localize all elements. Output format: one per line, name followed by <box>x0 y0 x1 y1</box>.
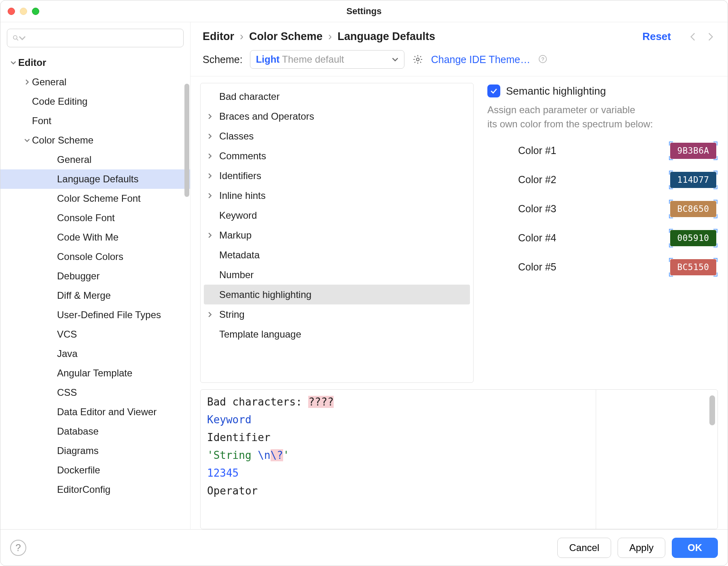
sidebar-item-label: Java <box>57 348 78 359</box>
color-row: Color #3BC8650 <box>518 201 716 217</box>
preview-pane[interactable]: Bad characters: ???? Keyword Identifier … <box>200 389 718 529</box>
chevron-right-icon[interactable] <box>207 173 219 179</box>
settings-tree[interactable]: EditorGeneralCode EditingFontColor Schem… <box>0 53 190 529</box>
sidebar-item[interactable]: Color Scheme <box>0 131 190 150</box>
sidebar-item-label: Console Colors <box>57 251 123 262</box>
window-minimize-button[interactable] <box>20 8 27 15</box>
scheme-select[interactable]: Light Theme default <box>250 50 404 69</box>
ok-button[interactable]: OK <box>672 538 718 558</box>
chevron-down-icon[interactable] <box>8 60 18 65</box>
scheme-label: Scheme: <box>203 54 243 65</box>
history-nav <box>688 32 715 42</box>
sidebar-item-label: Code Editing <box>32 96 87 107</box>
chevron-right-icon[interactable] <box>22 79 32 85</box>
window-title: Settings <box>39 6 689 17</box>
sidebar-item-label: General <box>32 76 66 88</box>
color-row: Color #4005910 <box>518 230 716 246</box>
apply-button[interactable]: Apply <box>618 538 665 558</box>
attribute-item[interactable]: Classes <box>204 126 470 146</box>
attribute-detail: Semantic highlighting Assign each parame… <box>485 83 718 383</box>
attribute-item-label: Classes <box>219 131 254 142</box>
attribute-item[interactable]: Bad character <box>204 87 470 106</box>
sidebar-item[interactable]: User-Defined File Types <box>0 305 190 325</box>
help-button[interactable]: ? <box>10 540 26 556</box>
sidebar-item[interactable]: General <box>0 72 190 92</box>
attribute-item[interactable]: Inline hints <box>204 186 470 205</box>
color-row: Color #2114D77 <box>518 172 716 188</box>
attribute-item[interactable]: Identifiers <box>204 166 470 186</box>
attribute-item[interactable]: Semantic highlighting <box>204 285 470 304</box>
sidebar-item-label: VCS <box>57 329 77 340</box>
attribute-item[interactable]: Template language <box>204 324 470 344</box>
back-icon[interactable] <box>688 32 698 42</box>
sidebar-item[interactable]: EditorConfig <box>0 480 190 499</box>
color-swatch[interactable]: BC5150 <box>670 259 716 275</box>
sidebar-item[interactable]: Console Font <box>0 208 190 228</box>
search-input[interactable] <box>7 29 184 47</box>
sidebar-item[interactable]: CSS <box>0 383 190 402</box>
preview-line: Bad characters: ???? <box>207 393 711 411</box>
sidebar-item-label: Diff & Merge <box>57 290 111 301</box>
chevron-right-icon[interactable] <box>207 133 219 139</box>
chevron-right-icon[interactable] <box>207 153 219 159</box>
sidebar-item-label: Language Defaults <box>57 173 139 185</box>
chevron-down-icon[interactable] <box>22 137 32 143</box>
change-ide-theme-link[interactable]: Change IDE Theme… <box>431 54 531 65</box>
attribute-item[interactable]: Number <box>204 265 470 285</box>
cancel-button[interactable]: Cancel <box>557 538 611 558</box>
breadcrumb-item[interactable]: Editor <box>203 30 234 43</box>
sidebar-item[interactable]: Console Colors <box>0 247 190 266</box>
sidebar-item[interactable]: Editor <box>0 53 190 72</box>
window-close-button[interactable] <box>8 8 15 15</box>
attribute-item[interactable]: String <box>204 304 470 324</box>
sidebar-item[interactable]: Diagrams <box>0 441 190 460</box>
sidebar-item[interactable]: Data Editor and Viewer <box>0 402 190 422</box>
sidebar-item[interactable]: Font <box>0 111 190 131</box>
checkmark-icon <box>490 87 498 95</box>
sidebar-item[interactable]: General <box>0 150 190 169</box>
breadcrumb-item: Language Defaults <box>338 30 436 43</box>
sidebar-item[interactable]: Language Defaults <box>0 169 190 189</box>
attribute-item[interactable]: Markup <box>204 225 470 245</box>
sidebar: EditorGeneralCode EditingFontColor Schem… <box>0 22 190 529</box>
semantic-highlighting-checkbox[interactable] <box>487 84 500 97</box>
sidebar-item-label: User-Defined File Types <box>57 309 161 321</box>
chevron-right-icon[interactable] <box>207 232 219 238</box>
chevron-right-icon: › <box>328 30 332 43</box>
attribute-item[interactable]: Keyword <box>204 205 470 225</box>
sidebar-scrollbar[interactable] <box>184 84 189 197</box>
sidebar-item[interactable]: Code Editing <box>0 92 190 111</box>
sidebar-item[interactable]: Code With Me <box>0 228 190 247</box>
sidebar-item[interactable]: Diff & Merge <box>0 286 190 305</box>
sidebar-item-label: Dockerfile <box>57 465 100 476</box>
breadcrumb-row: Editor › Color Scheme › Language Default… <box>190 22 728 49</box>
sidebar-item[interactable]: Dockerfile <box>0 460 190 480</box>
sidebar-item[interactable]: VCS <box>0 325 190 344</box>
preview-line: 12345 <box>207 464 711 482</box>
chevron-right-icon[interactable] <box>207 193 219 199</box>
color-swatch[interactable]: 005910 <box>670 230 716 246</box>
scheme-actions-button[interactable] <box>412 53 424 65</box>
attribute-item[interactable]: Braces and Operators <box>204 106 470 126</box>
sidebar-item[interactable]: Database <box>0 422 190 441</box>
preview-scrollbar[interactable] <box>709 395 715 425</box>
sidebar-item[interactable]: Color Scheme Font <box>0 189 190 208</box>
color-swatch[interactable]: 114D77 <box>670 172 716 188</box>
chevron-right-icon[interactable] <box>207 114 219 119</box>
window-maximize-button[interactable] <box>32 8 39 15</box>
attributes-list[interactable]: Bad characterBraces and OperatorsClasses… <box>200 83 474 383</box>
chevron-right-icon[interactable] <box>207 312 219 317</box>
help-icon[interactable]: ? <box>538 55 547 65</box>
attribute-item-label: Number <box>219 269 254 281</box>
sidebar-item[interactable]: Angular Template <box>0 363 190 383</box>
sidebar-item[interactable]: Debugger <box>0 266 190 286</box>
attribute-item[interactable]: Metadata <box>204 245 470 265</box>
forward-icon[interactable] <box>705 32 715 42</box>
attribute-item[interactable]: Comments <box>204 146 470 166</box>
breadcrumb-item[interactable]: Color Scheme <box>249 30 323 43</box>
sidebar-item[interactable]: Java <box>0 344 190 363</box>
color-swatch[interactable]: 9B3B6A <box>670 143 716 159</box>
color-swatch[interactable]: BC8650 <box>670 201 716 217</box>
attribute-item-label: Identifiers <box>219 170 261 182</box>
reset-link[interactable]: Reset <box>642 30 671 43</box>
